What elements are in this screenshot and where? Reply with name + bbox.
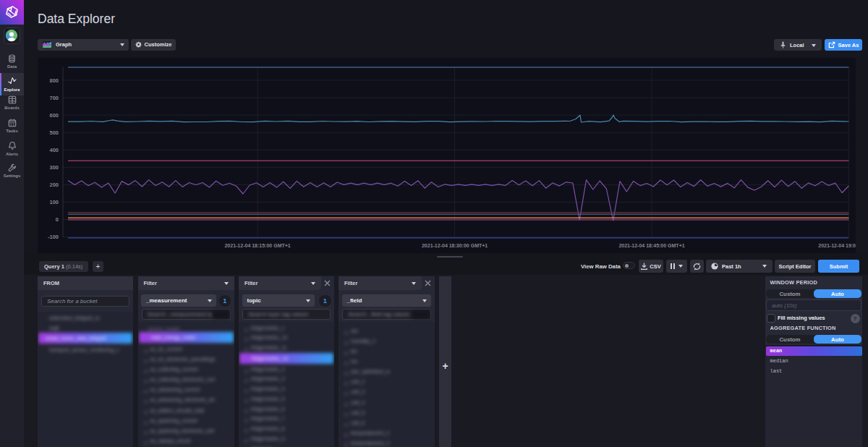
svg-text:800: 800	[49, 77, 59, 84]
svg-text:200: 200	[49, 182, 59, 188]
svg-text:2021-12-04 18:45:00 GMT+1: 2021-12-04 18:45:00 GMT+1	[618, 243, 684, 248]
svg-text:-100: -100	[48, 234, 59, 240]
svg-text:400: 400	[49, 147, 59, 153]
svg-text:600: 600	[49, 112, 59, 119]
svg-text:0: 0	[56, 216, 59, 223]
svg-text:500: 500	[49, 129, 59, 136]
svg-text:2021-12-04 19:0: 2021-12-04 19:0	[818, 243, 856, 248]
svg-text:2021-12-04 18:15:00 GMT+1: 2021-12-04 18:15:00 GMT+1	[224, 243, 290, 248]
svg-text:2021-12-04 18:30:00 GMT+1: 2021-12-04 18:30:00 GMT+1	[422, 243, 488, 248]
svg-text:300: 300	[49, 164, 59, 171]
svg-text:100: 100	[49, 199, 59, 205]
svg-text:700: 700	[49, 95, 59, 101]
